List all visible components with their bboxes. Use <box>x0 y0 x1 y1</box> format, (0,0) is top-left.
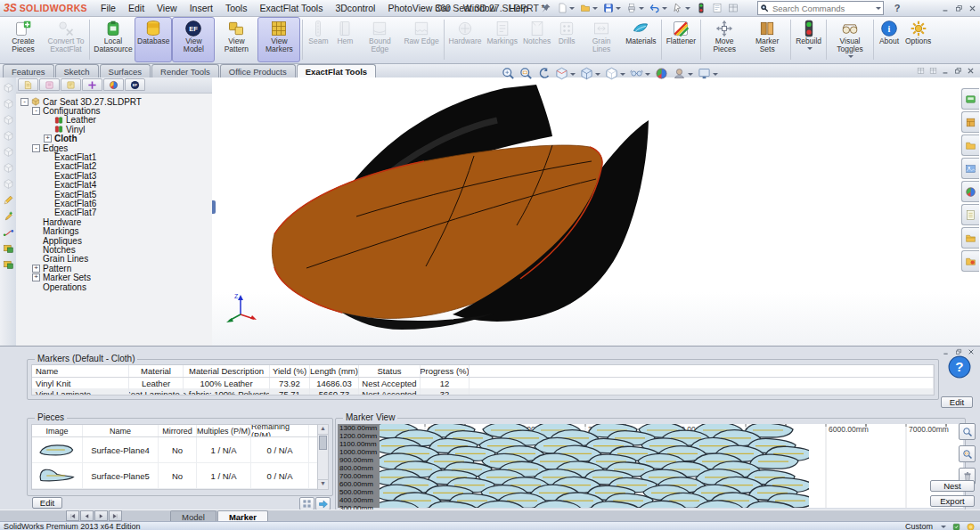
markers-row-vinyl-knit[interactable]: Vinyl KnitLeather100% Leather73.9214686.… <box>32 378 934 388</box>
pieces-edit-button[interactable]: Edit <box>32 497 62 509</box>
pieces-row-surface-plane5[interactable]: Surface-Plane5No1 / N/A0 / N/A <box>32 463 328 489</box>
hud-edit-appearance[interactable] <box>655 67 668 80</box>
tree-item-configurations[interactable]: -Configurations <box>19 106 212 115</box>
taskpane-custom-properties[interactable] <box>961 204 979 225</box>
split-pane-icon[interactable] <box>917 67 925 75</box>
viewport-close-icon[interactable] <box>967 67 975 75</box>
zoom-extents-button[interactable] <box>959 445 976 462</box>
display-state-caret-icon[interactable] <box>941 526 946 530</box>
search-dropdown-icon[interactable] <box>876 7 881 12</box>
taskpane-view-palette[interactable] <box>961 158 979 179</box>
leftrail-view-cube-1[interactable] <box>2 97 15 110</box>
menu-window[interactable]: Window <box>457 2 502 14</box>
taskpane-exactflat-resources[interactable] <box>961 250 979 272</box>
quick-window-panes[interactable] <box>725 1 741 15</box>
leftrail-view-cube-6[interactable] <box>2 177 15 191</box>
ribbon-move-pieces-button[interactable]: Move Pieces <box>703 17 746 62</box>
tree-item-exactflat7[interactable]: ExactFlat7 <box>19 208 212 217</box>
ribbon-flattener-button[interactable]: Flattener <box>664 17 699 62</box>
tree-item-notches[interactable]: Notches <box>19 245 212 254</box>
hud-display-style[interactable] <box>605 67 625 80</box>
expand-minus-icon[interactable]: - <box>32 144 40 152</box>
restore-button[interactable] <box>955 4 963 12</box>
leftrail-view-cube-4[interactable] <box>2 145 15 159</box>
tree-item-edges[interactable]: -Edges <box>19 143 212 152</box>
markers-table[interactable]: NameMaterialMaterial DescriptionYield (%… <box>31 364 935 395</box>
markers-row-vinyl-laminate[interactable]: Vinyl LaminateSeat Laminate...Face fabri… <box>32 388 934 395</box>
expand-plus-icon[interactable]: + <box>32 265 40 273</box>
menu-insert[interactable]: Insert <box>184 2 219 14</box>
ribbon-options-button[interactable]: Options <box>902 17 934 62</box>
quick-pin[interactable] <box>538 1 554 15</box>
ribbon-create-pieces-button[interactable]: Create Pieces <box>2 17 45 62</box>
pieces-grid-icon[interactable] <box>299 497 314 510</box>
quick-save[interactable] <box>600 1 624 15</box>
taskpane-appearances-scenes[interactable] <box>961 181 979 202</box>
markers-edit-button[interactable]: Edit <box>941 396 973 408</box>
close-button[interactable] <box>968 4 976 12</box>
ribbon-view-pattern-button[interactable]: View Pattern <box>215 17 257 62</box>
tree-item-operations[interactable]: Operations <box>19 282 212 291</box>
last-tab-button[interactable] <box>109 510 122 521</box>
tree-item-markings[interactable]: Markings <box>19 226 212 235</box>
leftrail-route-line-9[interactable] <box>2 225 15 239</box>
ribbon-visual-toggles-button[interactable]: Visual Toggles <box>829 17 871 62</box>
tree-item-appliques[interactable]: Appliques <box>19 236 212 245</box>
quick-rebuild-traffic[interactable] <box>693 1 709 15</box>
tab-features[interactable]: Features <box>3 64 54 77</box>
tree-item-exactflat5[interactable]: ExactFlat5 <box>19 190 212 199</box>
tree-item-hardware[interactable]: Hardware <box>19 217 212 226</box>
prev-tab-button[interactable] <box>80 510 94 521</box>
tree-item-pattern[interactable]: +Pattern <box>19 264 212 273</box>
fmtab-featuremanager-tree[interactable] <box>18 78 38 91</box>
menu-3dcontrol[interactable]: 3Dcontrol <box>329 2 381 14</box>
hud-section-view[interactable] <box>555 67 576 80</box>
menu-edit[interactable]: Edit <box>122 2 151 14</box>
fmtab-dimxpert[interactable] <box>82 78 102 91</box>
zoom-in-button[interactable] <box>959 423 976 440</box>
fmtab-displaymanager[interactable] <box>103 78 124 91</box>
fmtab-propertymanager[interactable] <box>39 78 60 91</box>
ribbon-rebuild-button[interactable]: Rebuild <box>793 17 824 62</box>
tree-item-car-seat-3d-27-sldprt[interactable]: -Car Seat 3D.27.SLDPRT <box>19 97 212 106</box>
fmtab-exactflat-manager[interactable]: EF <box>125 78 145 91</box>
ribbon-database-button[interactable]: Database <box>135 17 172 62</box>
pieces-scrollbar[interactable]: ▲▼ <box>317 425 328 489</box>
panel-restore-icon[interactable] <box>955 348 962 355</box>
tree-item-exactflat2[interactable]: ExactFlat2 <box>19 162 212 171</box>
quick-tips-icon[interactable] <box>967 523 975 530</box>
car-seat-3d-model[interactable] <box>221 85 720 343</box>
tab-sketch[interactable]: Sketch <box>55 64 99 77</box>
tab-render-tools[interactable]: Render Tools <box>151 64 219 77</box>
hud-hide-show-items[interactable] <box>630 67 650 80</box>
quick-print[interactable] <box>624 1 647 15</box>
taskpane-built-in-libraries[interactable] <box>961 227 979 249</box>
fmtab-configurationmanager[interactable] <box>61 78 81 91</box>
hud-view-settings[interactable] <box>698 67 718 80</box>
expand-minus-icon[interactable]: - <box>32 107 40 115</box>
menu-exactflat-tools[interactable]: ExactFlat Tools <box>253 2 329 14</box>
help-icon[interactable]: ? <box>948 355 971 379</box>
pieces-table[interactable]: ImageNameMirroredMultiples (P/M)Remainin… <box>31 424 329 490</box>
tree-item-exactflat1[interactable]: ExactFlat1 <box>19 152 212 161</box>
nest-button[interactable]: Nest <box>930 480 975 492</box>
first-tab-button[interactable] <box>66 510 79 521</box>
tab-exactflat-tools[interactable]: ExactFlat Tools <box>297 64 377 77</box>
hud-zoom-fit[interactable] <box>502 67 515 80</box>
viewport-minimize-icon[interactable] <box>942 67 950 75</box>
taskpane-file-explorer[interactable] <box>961 135 979 156</box>
tab-surfaces[interactable]: Surfaces <box>100 64 151 77</box>
ribbon-view-markers-button[interactable]: View Markers <box>257 17 300 62</box>
leftrail-sketch-pencil-7[interactable] <box>2 193 15 207</box>
tree-item-cloth[interactable]: +Cloth <box>19 135 212 143</box>
tree-item-vinyl[interactable]: Vinyl <box>19 125 212 134</box>
leftrail-sketch-add-8[interactable] <box>2 209 15 223</box>
menu-view[interactable]: View <box>151 2 184 14</box>
tab-office-products[interactable]: Office Products <box>220 64 296 77</box>
pieces-row-surface-plane4[interactable]: Surface-Plane4No1 / N/A0 / N/A <box>32 437 328 463</box>
tree-item-exactflat3[interactable]: ExactFlat3 <box>19 171 212 180</box>
expand-plus-icon[interactable]: + <box>44 135 52 143</box>
search-input[interactable] <box>771 3 872 14</box>
leftrail-piece-folder-11[interactable] <box>2 257 15 271</box>
display-state-label[interactable]: Custom <box>905 522 933 530</box>
